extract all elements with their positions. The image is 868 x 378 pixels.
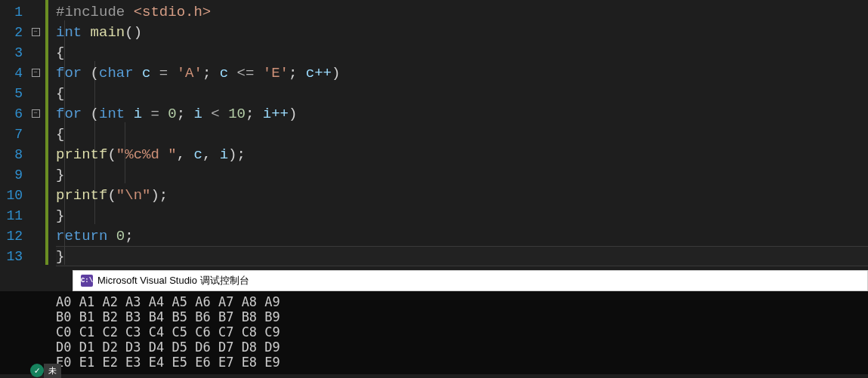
code-line[interactable]: {: [56, 42, 868, 63]
line-number: 7: [0, 127, 26, 142]
fold-toggle-icon[interactable]: −: [32, 109, 40, 118]
brace-token: }: [56, 167, 64, 183]
code-line-active[interactable]: }: [56, 246, 868, 266]
line-number: 8: [0, 147, 26, 162]
line-number: 5: [0, 86, 26, 101]
console-titlebar[interactable]: C:\ Microsoft Visual Studio 调试控制台: [73, 270, 868, 291]
punct-token: (): [125, 24, 142, 41]
code-line[interactable]: }: [56, 205, 868, 226]
editor-gutter: 1 2− 3 4− 5 6− 7 8 9 10 11 12 13: [0, 0, 45, 270]
code-line[interactable]: return 0;: [56, 226, 868, 246]
code-line[interactable]: #include <stdio.h>: [56, 2, 868, 22]
line-number: 1: [0, 5, 26, 20]
code-line[interactable]: printf("\n");: [56, 185, 868, 205]
code-line[interactable]: for (char c = 'A'; c <= 'E'; c++): [56, 63, 868, 83]
code-area[interactable]: #include <stdio.h> int main() { for (cha…: [45, 0, 868, 270]
console-app-icon: C:\: [81, 275, 93, 287]
string-literal: "\n": [116, 187, 151, 204]
function-token: main: [82, 24, 125, 41]
keyword-token: return: [56, 228, 107, 244]
number-token: 10: [228, 106, 246, 122]
code-line[interactable]: {: [56, 124, 868, 144]
brace-token: {: [56, 126, 64, 143]
console-output[interactable]: A0 A1 A2 A3 A4 A5 A6 A7 A8 A9 B0 B1 B2 B…: [0, 291, 868, 374]
preprocessor-token: #include: [56, 4, 134, 20]
status-bar: ✓ 未: [0, 363, 61, 378]
brace-token: }: [56, 248, 64, 265]
console-title-text: Microsoft Visual Studio 调试控制台: [97, 274, 249, 287]
brace-token: {: [56, 85, 64, 102]
code-line[interactable]: {: [56, 83, 868, 103]
line-number: 3: [0, 45, 26, 60]
status-text: 未: [44, 364, 61, 378]
function-call: printf: [56, 146, 107, 163]
brace-token: }: [56, 207, 64, 224]
code-line[interactable]: int main(): [56, 22, 868, 42]
line-number: 13: [0, 249, 26, 264]
code-editor[interactable]: 1 2− 3 4− 5 6− 7 8 9 10 11 12 13 #includ…: [0, 0, 868, 270]
char-literal: 'E': [263, 65, 289, 81]
line-number: 2: [0, 25, 26, 40]
line-number: 10: [0, 188, 26, 203]
fold-toggle-icon[interactable]: −: [32, 69, 40, 77]
number-token: 0: [116, 228, 125, 244]
number-token: 0: [168, 106, 176, 122]
keyword-token: for: [56, 65, 82, 81]
char-literal: 'A': [177, 65, 202, 81]
brace-token: {: [56, 45, 64, 61]
type-token: char: [99, 65, 134, 81]
line-number: 9: [0, 167, 26, 183]
debug-console-window: C:\ Microsoft Visual Studio 调试控制台 A0 A1 …: [0, 270, 868, 374]
line-number: 4: [0, 66, 26, 81]
fold-toggle-icon[interactable]: −: [32, 28, 40, 36]
code-line[interactable]: printf("%c%d ", c, i);: [56, 144, 868, 164]
line-number: 6: [0, 106, 26, 121]
line-number: 11: [0, 208, 26, 223]
keyword-token: int: [56, 24, 82, 41]
keyword-token: for: [56, 106, 82, 122]
include-token: <stdio.h>: [134, 4, 212, 20]
function-call: printf: [56, 187, 107, 204]
code-line[interactable]: }: [56, 164, 868, 185]
line-number: 12: [0, 229, 26, 244]
type-token: int: [99, 106, 125, 122]
status-check-icon[interactable]: ✓: [30, 364, 44, 377]
code-line[interactable]: for (int i = 0; i < 10; i++): [56, 103, 868, 124]
string-literal: "%c%d ": [116, 146, 177, 163]
